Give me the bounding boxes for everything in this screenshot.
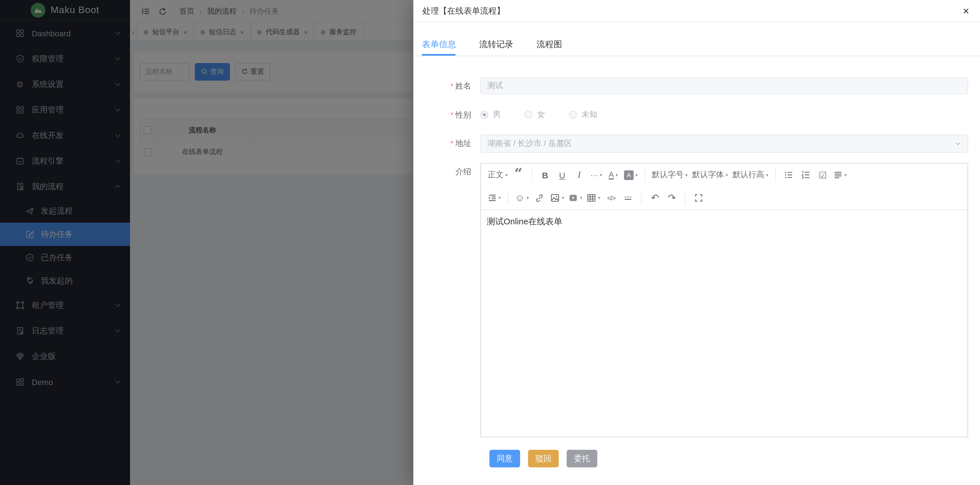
drawer-header: 处理【在线表单流程】 × [414,0,980,22]
bullet-list-icon[interactable] [780,167,797,183]
toolbar-separator [508,191,508,205]
intro-label: 介绍 [422,163,480,180]
agree-button[interactable]: 同意 [490,450,520,468]
image-dropdown[interactable]: ▾ [548,190,566,206]
highlight-color-dropdown[interactable]: A▾ [622,167,640,183]
form-row-name: 姓名 测试 [422,77,968,95]
toolbar-separator [775,168,776,182]
link-icon[interactable] [531,190,548,206]
font-family-dropdown[interactable]: 默认字体▾ [690,167,730,183]
video-dropdown[interactable]: ▾ [566,190,584,206]
radio-dot-icon [525,111,533,119]
editor-toolbar-row1: 正文▾ “ B U I ···▾ A▾ A▾ 默认字号▾ 默认字体▾ 默认行高▾ [481,164,967,186]
form-row-address: 地址 湖南省 / 长沙市 / 岳麓区 [422,135,968,153]
radio-unknown[interactable]: 未知 [569,110,597,120]
ordered-list-icon[interactable] [797,167,814,183]
close-icon[interactable]: × [963,5,969,16]
editor-toolbar-row2: ▾ ☺▾ ▾ ▾ ▾ </> ↶ ↷ [481,186,967,210]
todo-list-icon[interactable]: ☑ [814,167,831,183]
toolbar-separator [685,191,686,205]
toolbar-separator [644,168,645,182]
delegate-button[interactable]: 委托 [566,450,597,468]
toolbar-separator [641,191,642,205]
tab-flow-records[interactable]: 流转记录 [479,40,513,48]
divider-icon[interactable] [620,190,637,206]
rich-text-editor: 正文▾ “ B U I ···▾ A▾ A▾ 默认字号▾ 默认字体▾ 默认行高▾ [480,163,968,437]
code-block-icon[interactable]: </> [603,190,620,206]
drawer-tabs: 表单信息 流转记录 流程图 [414,22,980,56]
radio-female[interactable]: 女 [525,110,545,120]
reject-button[interactable]: 驳回 [528,450,559,468]
more-styles-dropdown[interactable]: ···▾ [588,167,605,183]
tab-form-info[interactable]: 表单信息 [422,40,456,48]
emoji-dropdown[interactable]: ☺▾ [513,190,531,206]
table-dropdown[interactable]: ▾ [584,190,603,206]
line-height-dropdown[interactable]: 默认行高▾ [730,167,770,183]
redo-icon[interactable]: ↷ [663,190,681,206]
bold-icon[interactable]: B [536,167,554,183]
radio-dot-icon [569,111,577,119]
drawer-actions: 同意 驳回 委托 [490,450,968,468]
fullscreen-icon[interactable] [690,190,707,206]
font-color-dropdown[interactable]: A▾ [605,167,622,183]
form-row-gender: 性别 男 女 未知 [422,106,968,124]
radio-male[interactable]: 男 [480,110,501,120]
drawer-title: 处理【在线表单流程】 [422,5,505,16]
address-label: 地址 [422,135,480,152]
address-cascader[interactable]: 湖南省 / 长沙市 / 岳麓区 [480,135,968,153]
drawer-form: 姓名 测试 性别 男 女 [414,77,980,468]
radio-dot-icon [480,111,488,119]
indent-dropdown[interactable]: ▾ [485,190,503,206]
font-size-dropdown[interactable]: 默认字号▾ [649,167,690,183]
name-field[interactable]: 测试 [480,77,968,94]
blockquote-icon[interactable]: “ [510,167,527,183]
editor-content[interactable]: 测试Online在线表单 [481,210,967,437]
gender-radio-group: 男 女 未知 [480,106,968,123]
italic-icon[interactable]: I [571,167,588,183]
align-dropdown[interactable]: ▾ [831,167,849,183]
name-label: 姓名 [422,77,480,95]
undo-icon[interactable]: ↶ [646,190,663,206]
gender-label: 性别 [422,106,480,124]
active-tab-underline [422,54,455,56]
form-row-intro: 介绍 正文▾ “ B U I ···▾ A▾ A▾ 默认字号▾ 默 [422,163,968,437]
underline-icon[interactable]: U [554,167,571,183]
chevron-down-icon [955,140,961,147]
tab-flow-diagram[interactable]: 流程图 [536,40,562,48]
paragraph-style-dropdown[interactable]: 正文▾ [485,167,510,183]
toolbar-separator [531,168,532,182]
process-drawer: 处理【在线表单流程】 × 表单信息 流转记录 流程图 姓名 测试 性别 [414,0,980,485]
app-root: Maku Boot Dashboard 权限管理 ⚙ 系统设置 应用管理 [0,0,980,485]
